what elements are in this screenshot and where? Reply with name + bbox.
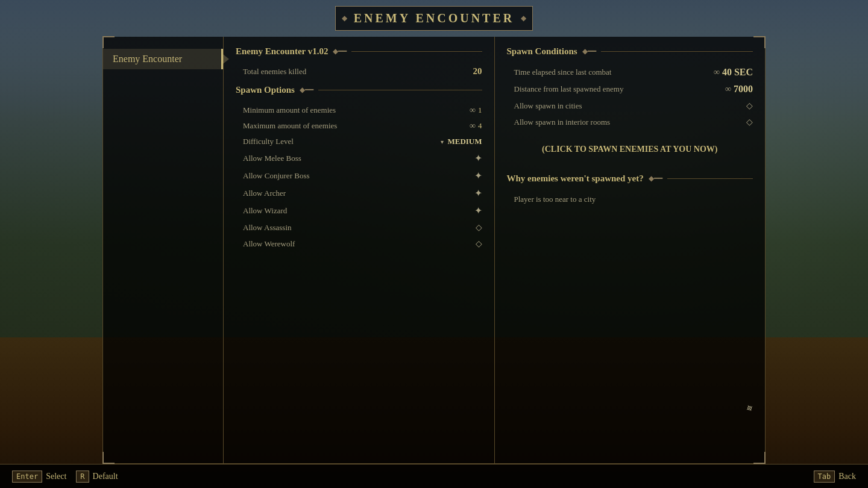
assassin-label: Allow Assassin	[243, 223, 476, 233]
min-enemies-num: 1	[478, 105, 482, 115]
sidebar-item-enemy-encounter[interactable]: Enemy Encounter	[103, 49, 223, 69]
spawn-cities-label: Allow spawn in cities	[514, 101, 747, 111]
distance-value: ∞ 7000	[725, 84, 753, 95]
setting-row-melee-boss[interactable]: Allow Melee Boss ✦	[236, 149, 482, 167]
key-r: R	[76, 471, 89, 483]
corner-decoration-bl	[102, 452, 115, 464]
time-elapsed-icon: ∞	[714, 67, 720, 77]
section-icon-spawn-options: ◆━━	[300, 86, 313, 95]
section-line-spawn-conditions	[601, 51, 753, 52]
werewolf-toggle[interactable]: ◇	[476, 239, 482, 249]
section-line-mod	[351, 51, 482, 52]
min-enemies-value: ∞ 1	[470, 105, 482, 115]
why-reason: Player is too near to a city	[507, 191, 753, 208]
key-tab: Tab	[814, 471, 835, 483]
distance-label: Distance from last spawned enemy	[514, 84, 726, 94]
right-panel: Spawn Conditions ◆━━ Time elapsed since …	[495, 37, 766, 463]
difficulty-value: ▾ MEDIUM	[441, 137, 482, 146]
melee-boss-label: Allow Melee Boss	[243, 154, 474, 163]
sidebar: Enemy Encounter	[103, 37, 224, 463]
section-line-spawn-options	[318, 90, 482, 90]
time-elapsed-label: Time elapsed since last combat	[514, 67, 714, 77]
section-title-spawn-options: Spawn Options	[236, 85, 295, 95]
key-r-label: Default	[93, 472, 118, 481]
section-icon-why: ◆━━	[649, 174, 662, 183]
min-enemies-label: Minimum amount of enemies	[243, 105, 470, 115]
setting-row-distance[interactable]: Distance from last spawned enemy ∞ 7000	[507, 81, 753, 98]
archer-label: Allow Archer	[243, 189, 474, 198]
section-title-mod: Enemy Encounter v1.02	[236, 46, 328, 57]
key-tab-label: Back	[838, 472, 856, 481]
key-hint-tab: Tab Back	[814, 471, 856, 483]
title-bar: ENEMY ENCOUNTER	[0, 0, 868, 37]
ui-overlay: ENEMY ENCOUNTER Enemy Encounter Enemy En…	[0, 0, 868, 488]
title-outer: ENEMY ENCOUNTER	[335, 6, 533, 31]
setting-row-min-enemies[interactable]: Minimum amount of enemies ∞ 1	[236, 102, 482, 118]
time-elapsed-num: 40 SEC	[722, 67, 753, 78]
key-enter-label: Select	[46, 472, 66, 481]
setting-row-spawn-cities[interactable]: Allow spawn in cities ◇	[507, 98, 753, 114]
setting-row-assassin[interactable]: Allow Assassin ◇	[236, 219, 482, 236]
spawn-cities-toggle[interactable]: ◇	[746, 101, 753, 111]
section-icon-mod: ◆━━	[333, 47, 347, 56]
spawn-interior-label: Allow spawn in interior rooms	[514, 117, 747, 127]
conjurer-boss-label: Allow Conjurer Boss	[243, 171, 474, 181]
setting-row-max-enemies[interactable]: Maximum amount of enemies ∞ 4	[236, 118, 482, 134]
time-elapsed-value: ∞ 40 SEC	[714, 67, 753, 78]
setting-row-time-elapsed[interactable]: Time elapsed since last combat ∞ 40 SEC	[507, 64, 753, 81]
distance-num: 7000	[734, 84, 753, 95]
setting-row-archer[interactable]: Allow Archer ✦	[236, 184, 482, 202]
bottom-bar-left: Enter Select R Default	[12, 471, 118, 483]
total-enemies-row: Total enemies killed 20	[236, 64, 482, 79]
setting-row-wizard[interactable]: Allow Wizard ✦	[236, 202, 482, 219]
difficulty-label: Difficulty Level	[243, 137, 441, 146]
cursor-icon: ⌖	[743, 401, 756, 416]
melee-boss-toggle[interactable]: ✦	[474, 152, 482, 164]
corner-decoration-tl	[102, 36, 115, 48]
distance-icon: ∞	[725, 84, 731, 94]
max-enemies-num: 4	[478, 121, 482, 131]
key-hint-r: R Default	[76, 471, 118, 483]
section-icon-spawn-conditions: ◆━━	[582, 47, 596, 56]
setting-row-spawn-interior[interactable]: Allow spawn in interior rooms ◇	[507, 114, 753, 130]
total-enemies-label: Total enemies killed	[243, 67, 473, 77]
difficulty-text: MEDIUM	[447, 137, 482, 146]
section-title-spawn-conditions: Spawn Conditions	[507, 46, 577, 57]
assassin-toggle[interactable]: ◇	[476, 222, 482, 233]
key-hint-enter: Enter Select	[12, 471, 66, 483]
max-enemies-icon: ∞	[470, 121, 476, 131]
spawn-now-button[interactable]: (CLICK TO SPAWN ENEMIES AT YOU NOW)	[507, 140, 753, 159]
spawn-interior-toggle[interactable]: ◇	[746, 117, 753, 127]
section-header-spawn-options: Spawn Options ◆━━	[236, 85, 482, 95]
sidebar-label-enemy-encounter: Enemy Encounter	[113, 54, 182, 64]
section-header-why: Why enemies weren't spawned yet? ◆━━	[507, 174, 753, 184]
section-line-why	[667, 178, 753, 179]
wizard-toggle[interactable]: ✦	[474, 205, 482, 216]
setting-row-conjurer-boss[interactable]: Allow Conjurer Boss ✦	[236, 167, 482, 184]
werewolf-label: Allow Werewolf	[243, 239, 476, 249]
section-header-mod: Enemy Encounter v1.02 ◆━━	[236, 46, 482, 57]
total-enemies-value: 20	[473, 66, 482, 77]
sidebar-arrow	[223, 54, 229, 64]
section-title-why: Why enemies weren't spawned yet?	[507, 174, 644, 184]
wizard-label: Allow Wizard	[243, 206, 474, 216]
difficulty-arrow-icon: ▾	[441, 139, 444, 145]
setting-row-werewolf[interactable]: Allow Werewolf ◇	[236, 236, 482, 252]
section-header-spawn-conditions: Spawn Conditions ◆━━	[507, 46, 753, 57]
max-enemies-value: ∞ 4	[470, 121, 482, 131]
conjurer-boss-toggle[interactable]: ✦	[474, 170, 482, 181]
max-enemies-label: Maximum amount of enemies	[243, 121, 470, 131]
center-panel: Enemy Encounter v1.02 ◆━━ Total enemies …	[224, 37, 495, 463]
setting-row-difficulty[interactable]: Difficulty Level ▾ MEDIUM	[236, 134, 482, 149]
main-content: Enemy Encounter Enemy Encounter v1.02 ◆━…	[102, 37, 766, 464]
main-title: ENEMY ENCOUNTER	[354, 11, 515, 25]
bottom-bar: Enter Select R Default Tab Back	[0, 464, 868, 488]
archer-toggle[interactable]: ✦	[474, 187, 482, 199]
min-enemies-icon: ∞	[470, 105, 476, 115]
key-enter: Enter	[12, 471, 42, 483]
